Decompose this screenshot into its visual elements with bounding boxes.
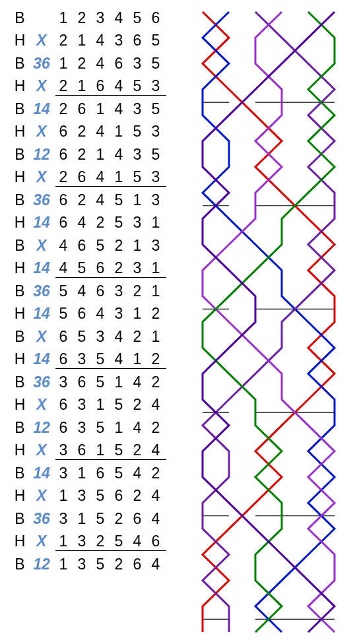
bell-cell: 1 — [128, 237, 146, 255]
table-row: BX465213 — [11, 234, 179, 257]
bell-cell: 2 — [146, 419, 165, 437]
bell-cell: 2 — [73, 55, 91, 73]
bell-cell: 2 — [54, 100, 73, 118]
bell-cell: 4 — [73, 214, 91, 232]
stroke-label: H — [11, 305, 29, 323]
bell-cell: 3 — [73, 350, 91, 368]
bell-cell: 1 — [54, 532, 73, 550]
bell-cell: 3 — [128, 100, 146, 118]
table-row: HX214365 — [11, 30, 179, 53]
bell-cell: 6 — [73, 305, 91, 323]
call-label: 14 — [29, 350, 54, 368]
bell-cell: 5 — [73, 328, 91, 346]
bell-sequence: 635142 — [54, 419, 165, 437]
bell-cell: 1 — [54, 9, 73, 27]
stroke-label: H — [11, 441, 29, 459]
table-row: HX132546 — [11, 531, 179, 554]
bell-cell: 2 — [146, 305, 165, 323]
bell-cell: 5 — [54, 282, 73, 300]
bell-cell: 4 — [146, 396, 165, 414]
bell-cell: 1 — [128, 305, 146, 323]
call-label: X — [29, 168, 54, 186]
bell-cell: 4 — [128, 419, 146, 437]
bell-cell: 4 — [91, 32, 110, 49]
bell-cell: 2 — [73, 191, 91, 209]
stroke-label: H — [11, 214, 29, 232]
bell-sequence: 261435 — [54, 100, 165, 118]
bell-sequence: 546321 — [54, 282, 165, 300]
bell-cell: 5 — [128, 168, 146, 186]
bell-path-6 — [203, 12, 335, 632]
call-label: 36 — [29, 55, 54, 73]
diagram-root: B123456HX214365B36124635HX216453B1426143… — [0, 0, 357, 644]
bell-sequence: 214365 — [54, 32, 165, 49]
bell-cell: 2 — [110, 556, 128, 573]
call-label: 36 — [29, 510, 54, 528]
table-row: B12621435 — [11, 143, 179, 166]
bell-cell: 4 — [54, 237, 73, 255]
bell-sequence: 635412 — [54, 350, 165, 368]
call-label: X — [29, 441, 54, 459]
bell-cell: 1 — [110, 373, 128, 391]
bell-cell: 5 — [73, 259, 91, 277]
bell-sequence: 624513 — [54, 191, 165, 209]
stroke-label: B — [11, 9, 29, 27]
bell-cell: 3 — [54, 465, 73, 482]
bell-cell: 2 — [73, 146, 91, 164]
bell-cell: 1 — [91, 146, 110, 164]
bell-sequence: 315264 — [54, 510, 165, 528]
lead-rule — [55, 186, 166, 187]
table-row: B12635142 — [11, 416, 179, 439]
bell-cell: 1 — [91, 441, 110, 459]
call-label: X — [29, 32, 54, 49]
stroke-label: H — [11, 32, 29, 49]
bell-sequence: 465213 — [54, 237, 165, 255]
call-label: 36 — [29, 373, 54, 391]
bell-cell: 5 — [91, 350, 110, 368]
bell-cell: 2 — [54, 77, 73, 95]
bell-cell: 1 — [110, 419, 128, 437]
bell-cell: 3 — [110, 282, 128, 300]
table-row: B36124635 — [11, 52, 179, 75]
bell-path-3 — [203, 12, 335, 632]
bell-sequence: 642531 — [54, 214, 165, 232]
bell-cell: 2 — [73, 9, 91, 27]
bell-sequence: 132546 — [54, 532, 165, 550]
bell-path-4 — [203, 12, 335, 632]
bell-sequence: 564312 — [54, 305, 165, 323]
bell-cell: 4 — [91, 168, 110, 186]
bell-cell: 6 — [73, 237, 91, 255]
lead-rule — [55, 277, 166, 278]
bell-cell: 6 — [54, 350, 73, 368]
bell-cell: 5 — [91, 556, 110, 573]
bell-cell: 6 — [91, 259, 110, 277]
bell-sequence: 123456 — [54, 9, 165, 27]
bell-cell: 3 — [73, 556, 91, 573]
bell-cell: 4 — [110, 77, 128, 95]
table-row: B12135264 — [11, 553, 179, 576]
table-row: B36315264 — [11, 507, 179, 531]
bell-cell: 1 — [146, 259, 165, 277]
call-label: 36 — [29, 191, 54, 209]
bell-cell: 3 — [54, 373, 73, 391]
table-row: B14316542 — [11, 462, 179, 485]
bell-cell: 4 — [91, 191, 110, 209]
stroke-label: H — [11, 487, 29, 505]
bell-cell: 3 — [73, 487, 91, 505]
bell-cell: 6 — [54, 123, 73, 141]
bell-sequence: 135264 — [54, 556, 165, 573]
stroke-label: B — [11, 465, 29, 482]
bell-sequence: 124635 — [54, 55, 165, 73]
table-row: HX631524 — [11, 394, 179, 417]
bell-cell: 5 — [110, 396, 128, 414]
bell-cell: 5 — [91, 487, 110, 505]
bell-cell: 4 — [73, 282, 91, 300]
bell-cell: 2 — [146, 350, 165, 368]
bell-cell: 2 — [91, 214, 110, 232]
bell-cell: 6 — [54, 419, 73, 437]
bell-cell: 2 — [110, 259, 128, 277]
table-row: HX264153 — [11, 166, 179, 189]
bell-cell: 6 — [54, 328, 73, 346]
bell-cell: 6 — [128, 510, 146, 528]
bell-cell: 3 — [128, 259, 146, 277]
